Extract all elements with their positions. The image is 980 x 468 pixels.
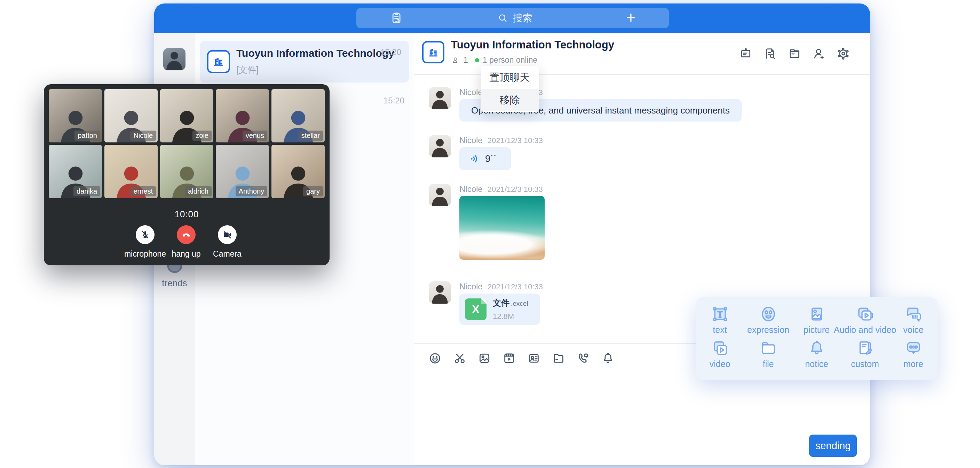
online-dot <box>475 58 479 62</box>
popup-label: text <box>713 325 727 335</box>
popup-label: picture <box>803 325 830 335</box>
popup-item-voice[interactable]: voice <box>889 305 937 339</box>
send-button[interactable]: sending <box>809 434 857 457</box>
video-grid: patton Nicole zoie venus stellar danika <box>49 89 325 198</box>
popup-label: more <box>904 359 923 369</box>
video-tile: venus <box>216 89 269 142</box>
emoji-icon[interactable] <box>428 351 442 365</box>
popup-item-text[interactable]: text <box>696 305 744 339</box>
settings-gear-icon[interactable] <box>836 46 851 61</box>
avatar[interactable] <box>429 135 451 157</box>
add-member-icon[interactable] <box>811 46 826 61</box>
popup-label: file <box>763 359 774 369</box>
popup-item-notice[interactable]: notice <box>792 339 841 373</box>
participant-name: ernest <box>130 186 156 196</box>
group-logo <box>207 50 230 73</box>
member-icon <box>452 56 460 64</box>
chat-subtitle: 1 1 person online <box>452 55 537 65</box>
image-icon[interactable] <box>477 351 492 365</box>
popup-item-expression[interactable]: expression <box>744 305 792 339</box>
conversation-context-menu: 置顶聊天 移除 <box>480 66 539 112</box>
file-size: 12.8M <box>493 312 528 321</box>
message-file: Nicole2021/12/3 10:33 X 文件.excel 12.8M <box>429 281 543 325</box>
excel-file-icon: X <box>465 299 487 320</box>
conversation-time: 15:20 <box>380 47 401 57</box>
menu-item-pin-chat[interactable]: 置顶聊天 <box>480 66 539 89</box>
folder-icon[interactable] <box>552 351 566 365</box>
chat-title: Tuoyun Information Technology <box>451 39 614 51</box>
call-timer: 10:00 <box>44 209 329 220</box>
my-avatar[interactable] <box>163 48 186 70</box>
participant-name: Anthony <box>235 186 267 196</box>
file-ext: .excel <box>511 300 528 307</box>
popup-item-custom[interactable]: custom <box>841 339 889 373</box>
hang-up-button[interactable] <box>177 225 196 244</box>
microphone-button[interactable] <box>136 225 154 244</box>
voice-wave-icon <box>469 153 480 165</box>
avatar[interactable] <box>429 281 451 303</box>
popup-item-file[interactable]: file <box>744 339 792 373</box>
participant-name: danika <box>73 186 100 196</box>
popup-item-more[interactable]: more <box>889 339 937 373</box>
sender-name: Nicole <box>460 88 483 97</box>
voice-bubble[interactable]: 9`` <box>460 147 511 170</box>
search-icon <box>498 13 508 23</box>
participant-name: patton <box>75 131 100 141</box>
participant-name: aldrich <box>185 186 212 196</box>
contact-card-icon[interactable] <box>527 351 541 365</box>
camera-off-icon <box>222 230 232 240</box>
video-tile: stellar <box>272 89 325 142</box>
search-placeholder: 搜索 <box>513 11 533 25</box>
video-film-icon[interactable] <box>502 351 516 365</box>
image-message-beach[interactable] <box>460 196 545 260</box>
file-bubble[interactable]: X 文件.excel 12.8M <box>460 294 540 325</box>
sender-name: Nicole <box>460 282 483 291</box>
video-call-window[interactable]: patton Nicole zoie venus stellar danika <box>44 84 329 265</box>
popup-label: notice <box>805 359 828 369</box>
online-status: 1 person online <box>483 55 537 65</box>
video-tile: Anthony <box>216 145 269 198</box>
message-time: 2021/12/3 10:33 <box>488 136 543 145</box>
popup-item-audio-video[interactable]: Audio and video <box>841 305 889 339</box>
app-screenshot: 搜索 + trends Tuoyun Information Technolog… <box>0 0 980 468</box>
camera-label: Camera <box>199 249 255 259</box>
notice-board-icon[interactable] <box>738 46 753 61</box>
screenshot-scissors-icon[interactable] <box>453 351 467 365</box>
message-time: 2021/12/3 10:33 <box>488 185 543 193</box>
popup-label: custom <box>851 359 879 369</box>
conversation-title: Tuoyun Information Technology <box>236 47 394 59</box>
video-tile: ernest <box>104 145 158 198</box>
avatar[interactable] <box>429 184 451 206</box>
popup-label: voice <box>903 325 923 335</box>
video-tile: zoie <box>160 89 213 142</box>
conversation-time-2: 15:20 <box>383 96 404 105</box>
add-icon[interactable]: + <box>626 10 635 26</box>
contacts-phone-icon[interactable] <box>390 11 404 25</box>
popup-label: expression <box>747 325 789 335</box>
popup-label: video <box>710 359 730 369</box>
video-call-icon[interactable] <box>576 351 590 365</box>
search-bar[interactable]: 搜索 + <box>356 8 669 28</box>
chat-record-search-icon[interactable] <box>763 46 778 61</box>
mic-off-icon <box>140 230 150 240</box>
camera-button[interactable] <box>218 225 237 244</box>
participant-name: venus <box>243 131 267 141</box>
video-tile: gary <box>272 145 325 198</box>
popup-item-video[interactable]: video <box>696 339 744 373</box>
hang-up-icon <box>181 229 192 240</box>
popup-label: Audio and video <box>834 325 896 335</box>
group-file-icon[interactable] <box>787 46 802 61</box>
message-voice: Nicole2021/12/3 10:33 9`` <box>429 135 543 170</box>
menu-item-remove[interactable]: 移除 <box>480 89 539 112</box>
message-type-popup: text expression picture Audio and video … <box>696 297 937 380</box>
chat-group-logo <box>422 41 444 63</box>
message-time: 2021/12/3 10:33 <box>488 283 543 291</box>
message-image: Nicole2021/12/3 10:33 <box>429 184 545 260</box>
video-tile: Nicole <box>104 89 158 142</box>
avatar[interactable] <box>429 87 451 109</box>
search-field[interactable]: 搜索 <box>498 11 533 25</box>
notification-bell-icon[interactable] <box>601 351 615 365</box>
sender-name: Nicole <box>460 136 483 145</box>
conversation-item-selected[interactable]: Tuoyun Information Technology [文件] 15:20 <box>200 41 409 83</box>
file-name: 文件 <box>493 298 509 307</box>
